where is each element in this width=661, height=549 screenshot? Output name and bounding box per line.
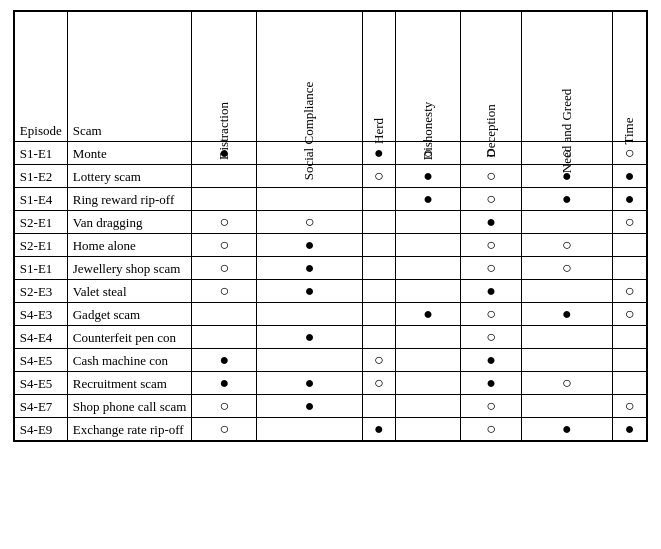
time-cell: ● [613, 418, 647, 441]
dishonesty-cell [395, 234, 461, 257]
scam-cell: Counterfeit pen con [67, 326, 192, 349]
herd-cell: ○ [362, 165, 395, 188]
need_and_greed-cell: ○ [521, 234, 612, 257]
distraction-cell [192, 188, 257, 211]
time-cell: ○ [613, 280, 647, 303]
dishonesty-cell [395, 326, 461, 349]
episode-cell: S2-E1 [14, 211, 67, 234]
deception-cell: ● [461, 349, 521, 372]
table-row: S4-E7Shop phone call scam○●○○ [14, 395, 646, 418]
scam-table: Episode Scam Distraction Social Complian… [14, 11, 647, 441]
episode-cell: S1-E1 [14, 257, 67, 280]
scam-cell: Valet steal [67, 280, 192, 303]
need-and-greed-header: Need and Greed [521, 12, 612, 142]
need_and_greed-cell: ○ [521, 372, 612, 395]
distraction-cell: ○ [192, 418, 257, 441]
table-row: S4-E4Counterfeit pen con●○ [14, 326, 646, 349]
table-row: S1-E4Ring reward rip-off●○●● [14, 188, 646, 211]
deception-cell: ○ [461, 326, 521, 349]
dishonesty-cell [395, 280, 461, 303]
social_compliance-cell [257, 188, 363, 211]
social-compliance-header: Social Compliance [257, 12, 363, 142]
social_compliance-cell: ● [257, 257, 363, 280]
scam-cell: Ring reward rip-off [67, 188, 192, 211]
social_compliance-cell: ○ [257, 211, 363, 234]
dishonesty-cell [395, 395, 461, 418]
table-row: S4-E5Cash machine con●○● [14, 349, 646, 372]
distraction-cell: ● [192, 372, 257, 395]
herd-cell: ○ [362, 349, 395, 372]
dishonesty-cell: ● [395, 165, 461, 188]
episode-cell: S1-E2 [14, 165, 67, 188]
episode-cell: S4-E5 [14, 372, 67, 395]
herd-cell [362, 188, 395, 211]
social_compliance-cell [257, 418, 363, 441]
herd-cell [362, 326, 395, 349]
herd-cell: ● [362, 142, 395, 165]
herd-cell [362, 211, 395, 234]
deception-header: Deception [461, 12, 521, 142]
scam-cell: Home alone [67, 234, 192, 257]
need_and_greed-cell: ● [521, 418, 612, 441]
herd-cell [362, 234, 395, 257]
social_compliance-cell: ● [257, 326, 363, 349]
scam-cell: Jewellery shop scam [67, 257, 192, 280]
time-cell [613, 326, 647, 349]
social_compliance-cell: ● [257, 395, 363, 418]
scam-cell: Gadget scam [67, 303, 192, 326]
table-row: S2-E1Home alone○●○○ [14, 234, 646, 257]
episode-cell: S4-E3 [14, 303, 67, 326]
table-row: S4-E3Gadget scam●○●○ [14, 303, 646, 326]
main-table-wrapper: Episode Scam Distraction Social Complian… [13, 10, 648, 442]
herd-cell: ● [362, 418, 395, 441]
social_compliance-cell: ● [257, 234, 363, 257]
distraction-cell [192, 326, 257, 349]
deception-cell: ● [461, 372, 521, 395]
scam-cell: Lottery scam [67, 165, 192, 188]
time-cell [613, 349, 647, 372]
dishonesty-cell [395, 257, 461, 280]
need_and_greed-cell: ● [521, 188, 612, 211]
scam-cell: Exchange rate rip-off [67, 418, 192, 441]
table-row: S4-E9Exchange rate rip-off○●○●● [14, 418, 646, 441]
distraction-cell: ○ [192, 280, 257, 303]
deception-cell: ● [461, 280, 521, 303]
dishonesty-cell [395, 211, 461, 234]
dishonesty-cell: ● [395, 188, 461, 211]
need_and_greed-cell: ○ [521, 257, 612, 280]
time-cell: ○ [613, 211, 647, 234]
herd-cell: ○ [362, 372, 395, 395]
herd-cell [362, 280, 395, 303]
time-cell [613, 234, 647, 257]
need_and_greed-cell [521, 349, 612, 372]
table-row: S1-E1Jewellery shop scam○●○○ [14, 257, 646, 280]
distraction-cell: ○ [192, 257, 257, 280]
episode-cell: S2-E3 [14, 280, 67, 303]
time-cell [613, 257, 647, 280]
deception-cell: ○ [461, 257, 521, 280]
need_and_greed-cell [521, 211, 612, 234]
time-cell [613, 372, 647, 395]
social_compliance-cell: ● [257, 280, 363, 303]
scam-header: Scam [67, 12, 192, 142]
distraction-cell: ● [192, 349, 257, 372]
distraction-cell [192, 303, 257, 326]
distraction-cell: ○ [192, 234, 257, 257]
deception-cell: ○ [461, 234, 521, 257]
herd-cell [362, 303, 395, 326]
dishonesty-cell [395, 418, 461, 441]
deception-cell: ● [461, 211, 521, 234]
time-header: Time [613, 12, 647, 142]
social_compliance-cell: ● [257, 372, 363, 395]
herd-cell [362, 257, 395, 280]
scam-cell: Monte [67, 142, 192, 165]
deception-cell: ○ [461, 418, 521, 441]
time-cell: ○ [613, 142, 647, 165]
episode-cell: S4-E4 [14, 326, 67, 349]
dishonesty-cell [395, 349, 461, 372]
table-row: S1-E1Monte●●○○○○ [14, 142, 646, 165]
episode-cell: S4-E9 [14, 418, 67, 441]
distraction-cell: ○ [192, 395, 257, 418]
need_and_greed-cell: ● [521, 303, 612, 326]
need_and_greed-cell [521, 395, 612, 418]
